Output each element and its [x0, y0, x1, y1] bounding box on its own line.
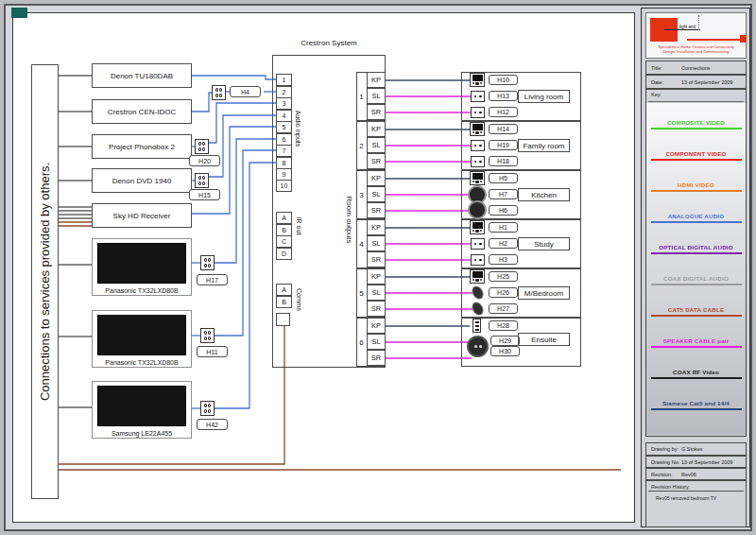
port-cell-sr: SR — [367, 104, 386, 120]
legend-swatch — [651, 284, 742, 285]
jack-icon-h17 — [200, 255, 215, 270]
legend-entry: COMPOSITE VIDEO — [646, 118, 746, 129]
room-output-number: 2 — [356, 121, 367, 170]
logo-dotted-mark — [698, 15, 699, 30]
port-cell-kp: KP — [367, 268, 386, 285]
dual-voicecoil-speaker-icon — [467, 336, 489, 357]
port-cell-kp: KP — [367, 72, 386, 88]
legend-label: ANALOGUE AUDIO — [646, 212, 746, 220]
legend-entry: ANALOGUE AUDIO — [646, 212, 746, 223]
hub-label: H27 — [489, 303, 518, 314]
crestron-title: Crestron System — [272, 39, 386, 47]
revision-history-label: Revision History: — [651, 484, 736, 490]
hub-label: H25 — [489, 271, 518, 282]
revision-history-box: Revision History: — [645, 480, 747, 527]
jack-icon-h20 — [195, 139, 209, 154]
speaker-icon — [471, 238, 485, 250]
hub-label: H14 — [489, 124, 518, 134]
title-row: Title: Connections — [645, 60, 747, 75]
port-cell-sr: SR — [367, 251, 386, 268]
port-cell-kp: KP — [367, 170, 386, 186]
room-output-number: 3 — [356, 170, 367, 219]
audio-input-1: 1 — [276, 74, 292, 86]
revision-row: Revision: Rev06 — [645, 468, 747, 480]
legend-label: HDMI VIDEO — [646, 181, 746, 189]
hub-label-h4: H4 — [230, 86, 261, 97]
legend-entry: Siamese Cat5 and 14/4 — [646, 399, 746, 410]
legend-swatch — [651, 190, 742, 192]
hub-label-h20: H20 — [189, 155, 220, 166]
hub-label: H1 — [489, 222, 518, 233]
room-name-box: M/Bedroom — [518, 286, 570, 300]
drawing-no-value: 13 of September 2009 — [681, 459, 732, 465]
drawing-page: Connections to services provided by othe… — [0, 0, 756, 535]
legend-swatch — [651, 315, 742, 317]
drawing-by-row: Drawing by: G.Stokes — [645, 442, 747, 456]
hub-label: H19 — [489, 140, 518, 150]
room-name-box: Ensuite — [518, 333, 570, 346]
port-cell-sr: SR — [367, 301, 386, 317]
port-cell-kp: KP — [367, 318, 386, 334]
corner-mark — [11, 8, 27, 18]
port-cell-kp: KP — [367, 219, 386, 235]
drawing-no-label: Drawing No: — [651, 459, 681, 465]
hub-label-h11: H11 — [197, 346, 228, 357]
port-cell-sl: SL — [367, 186, 386, 202]
legend-label: OPTICAL DIGITAL AUDIO — [646, 243, 746, 251]
legend-label: COAX RF Video — [646, 368, 746, 376]
hub-label: H3 — [489, 254, 518, 265]
tv-box-samsung: Samsung LE22A455 — [92, 381, 192, 439]
legend-entry: COMPONENT VIDEO — [646, 149, 746, 161]
port-cell-sl: SL — [367, 235, 386, 251]
hub-label-h17: H17 — [197, 274, 228, 285]
comms-port-a: A — [276, 284, 292, 296]
hub-label: H18 — [489, 156, 518, 166]
revision-note: Rev05 removed bedroom TV — [656, 495, 716, 501]
tv-screen — [97, 386, 186, 426]
port-cell-sl: SL — [367, 88, 386, 104]
audio-inputs-label: Audio inputs — [294, 100, 303, 157]
legend-label: CAT5 DATA CABLE — [646, 305, 746, 314]
port-cell-sr: SR — [367, 202, 386, 218]
speaker-icon — [471, 107, 485, 118]
hub-label: H5 — [489, 173, 518, 183]
legend-swatch — [651, 159, 742, 161]
source-box-phono: Project Phonobox 2 — [92, 134, 192, 159]
hub-label: H30 — [490, 346, 520, 356]
speaker-icon — [471, 156, 485, 167]
keypad-icon — [470, 122, 485, 136]
tv-screen — [97, 243, 186, 284]
keypad-icon — [470, 171, 485, 185]
port-cell-sr: SR — [367, 153, 386, 169]
revision-label: Revision: — [651, 472, 681, 477]
keypad-icon — [470, 220, 485, 234]
drawing-by-label: Drawing by: — [651, 446, 681, 452]
audio-input-5: 5 — [276, 121, 292, 133]
room-name-box: Kitchen — [518, 188, 570, 201]
audio-input-7: 7 — [276, 145, 292, 157]
audio-input-3: 3 — [276, 97, 292, 110]
source-box-sky: Sky HD Receiver — [92, 203, 192, 228]
hub-label: H7 — [489, 189, 518, 199]
source-box-cenidoc: Crestron CEN-IDOC — [92, 99, 192, 124]
legend-swatch — [651, 221, 742, 223]
drawing-no-row: Drawing No: 13 of September 2009 — [645, 456, 747, 468]
hub-label: H2 — [489, 238, 518, 249]
ir-port-c: C — [276, 235, 292, 248]
ir-out-label: IR out — [295, 212, 304, 240]
comms-label: Comms — [295, 283, 304, 317]
port-cell-sl: SL — [367, 285, 386, 301]
port-cell-sl: SL — [367, 334, 386, 350]
services-bar-label: Connections to services provided by othe… — [31, 64, 59, 499]
jack-icon-h15 — [195, 173, 209, 188]
ceiling-speaker-icon — [468, 200, 487, 219]
room-output-number: 6 — [356, 318, 367, 367]
room-name-box: Study — [518, 237, 570, 250]
room-output-number: 1 — [356, 72, 367, 121]
legend-swatch — [651, 252, 742, 254]
legend-swatch — [651, 346, 742, 348]
legend-label: COMPONENT VIDEO — [646, 149, 746, 158]
legend-swatch — [651, 377, 742, 379]
tv-screen — [97, 315, 186, 355]
speaker-icon — [471, 254, 485, 266]
